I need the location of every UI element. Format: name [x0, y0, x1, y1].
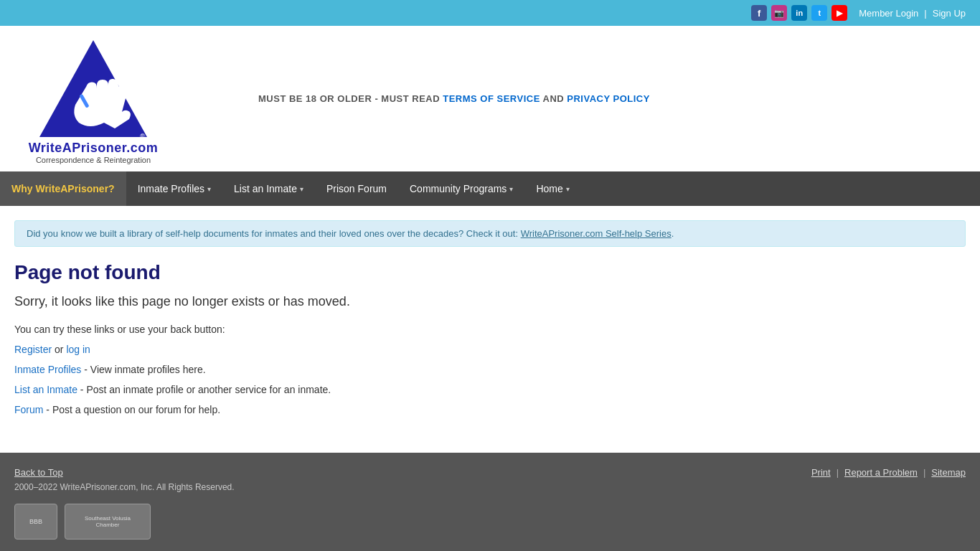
nav-item-community-programs[interactable]: Community Programs ▾ [398, 171, 524, 206]
or-text: or [55, 344, 66, 355]
back-to-top-link[interactable]: Back to Top [14, 467, 235, 478]
logo-text[interactable]: WriteAPrisoner.com [29, 141, 159, 156]
chamber-badge: Southeast VolusiaChamber [65, 504, 151, 540]
footer-copyright: 2000–2022 WriteAPrisoner.com, Inc. All R… [14, 482, 235, 492]
list-an-inmate-link[interactable]: List an Inmate [14, 384, 77, 395]
nav-item-inmate-profiles[interactable]: Inmate Profiles ▾ [126, 171, 222, 206]
nav-item-list-inmate[interactable]: List an Inmate ▾ [222, 171, 315, 206]
list-inmate-desc: - Post an inmate profile or another serv… [80, 384, 331, 395]
pp-link[interactable]: PRIVACY POLICY [567, 93, 650, 104]
inmate-profiles-link[interactable]: Inmate Profiles [14, 364, 81, 375]
top-bar: f 📷 in t ▶ Member Login | Sign Up [0, 0, 980, 26]
logo-image: ® [36, 33, 151, 141]
footer-badges: BBB Southeast VolusiaChamber [14, 504, 966, 540]
social-icons: f 📷 in t ▶ [751, 5, 847, 21]
main-content: Page not found Sorry, it looks like this… [0, 247, 980, 453]
try-links-text: You can try these links or use your back… [14, 324, 966, 335]
report-problem-link[interactable]: Report a Problem [844, 467, 918, 478]
nav-why-label: Why WriteAPrisoner? [11, 183, 115, 194]
link-row-list-inmate: List an Inmate - Post an inmate profile … [14, 384, 966, 395]
auth-links: Member Login | Sign Up [859, 8, 966, 19]
linkedin-icon[interactable]: in [791, 5, 807, 21]
sorry-text: Sorry, it looks like this page no longer… [14, 294, 966, 309]
info-banner: Did you know we built a library of self-… [14, 220, 966, 247]
nav-item-home[interactable]: Home ▾ [524, 171, 580, 206]
member-login-link[interactable]: Member Login [859, 8, 918, 19]
and-text: AND [543, 93, 567, 104]
print-link[interactable]: Print [811, 467, 831, 478]
logo-subtext: Correspondence & Reintegration [36, 156, 151, 164]
chevron-down-icon: ▾ [566, 185, 570, 193]
chevron-down-icon: ▾ [509, 185, 513, 193]
footer-left: Back to Top 2000–2022 WriteAPrisoner.com… [14, 467, 235, 492]
header: ® WriteAPrisoner.com Correspondence & Re… [0, 26, 980, 171]
nav-prison-forum-label: Prison Forum [326, 183, 387, 194]
nav-home-label: Home [536, 183, 562, 194]
link-row-register: Register or log in [14, 344, 966, 355]
inmate-profiles-desc: - View inmate profiles here. [84, 364, 205, 375]
auth-separator: | [924, 8, 926, 19]
register-link[interactable]: Register [14, 344, 52, 355]
nav-list-inmate-label: List an Inmate [234, 183, 297, 194]
nav-item-why[interactable]: Why WriteAPrisoner? [0, 171, 126, 206]
nav-item-prison-forum[interactable]: Prison Forum [315, 171, 398, 206]
footer: Back to Top 2000–2022 WriteAPrisoner.com… [0, 453, 980, 551]
sign-up-link[interactable]: Sign Up [933, 8, 966, 19]
footer-right: Print | Report a Problem | Sitemap [811, 467, 966, 478]
youtube-icon[interactable]: ▶ [831, 5, 847, 21]
link-row-forum: Forum - Post a question on our forum for… [14, 404, 966, 415]
forum-desc: - Post a question on our forum for help. [46, 404, 220, 415]
page-not-found-title: Page not found [14, 261, 966, 284]
link-row-inmate-profiles: Inmate Profiles - View inmate profiles h… [14, 364, 966, 375]
sitemap-link[interactable]: Sitemap [931, 467, 966, 478]
footer-sep2: | [923, 467, 925, 478]
login-link[interactable]: log in [66, 344, 90, 355]
nav-inmate-profiles-label: Inmate Profiles [138, 183, 204, 194]
facebook-icon[interactable]: f [751, 5, 767, 21]
info-banner-text: Did you know we built a library of self-… [27, 228, 518, 239]
instagram-icon[interactable]: 📷 [771, 5, 787, 21]
svg-text:®: ® [140, 133, 146, 141]
chevron-down-icon: ▾ [300, 185, 303, 193]
nav: Why WriteAPrisoner? Inmate Profiles ▾ Li… [0, 171, 980, 206]
self-help-series-link[interactable]: WriteAPrisoner.com Self-help Series [521, 228, 672, 239]
bbb-badge: BBB [14, 504, 57, 540]
footer-sep1: | [837, 467, 839, 478]
logo-area: ® WriteAPrisoner.com Correspondence & Re… [14, 33, 172, 164]
chevron-down-icon: ▾ [207, 185, 211, 193]
tos-link[interactable]: TERMS OF SERVICE [443, 93, 540, 104]
twitter-icon[interactable]: t [811, 5, 827, 21]
footer-top: Back to Top 2000–2022 WriteAPrisoner.com… [14, 467, 966, 492]
nav-community-programs-label: Community Programs [410, 183, 507, 194]
forum-link[interactable]: Forum [14, 404, 43, 415]
tagline-prefix: MUST BE 18 OR OLDER - MUST READ [258, 93, 443, 104]
header-tagline: MUST BE 18 OR OLDER - MUST READ TERMS OF… [258, 93, 650, 104]
